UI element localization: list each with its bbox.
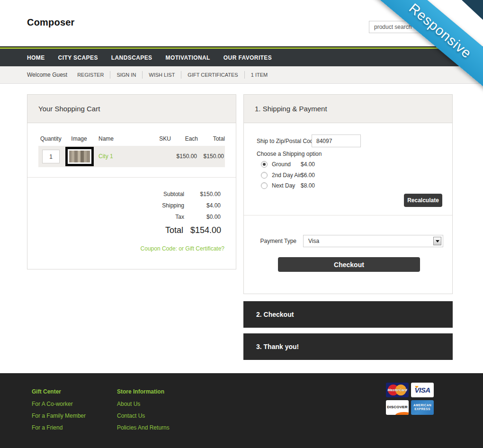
cart-total-row: Total $154.00 bbox=[27, 224, 237, 237]
mastercard-icon: MasterCard bbox=[386, 383, 409, 397]
chevron-down-icon bbox=[436, 240, 439, 242]
footer-link-contact-us[interactable]: Contact Us bbox=[117, 412, 170, 419]
shipping-option-next-day[interactable]: Next Day $8.00 bbox=[261, 182, 384, 189]
zip-input[interactable] bbox=[312, 134, 361, 147]
footer-link-policies-returns[interactable]: Policies And Returns bbox=[117, 424, 170, 431]
tax-label: Tax bbox=[175, 211, 184, 223]
shopping-cart-panel: Your Shopping Cart Quantity Image Name S… bbox=[27, 94, 236, 269]
shipping-option-price: $6.00 bbox=[301, 172, 315, 179]
total-label: Total bbox=[165, 224, 183, 237]
shipping-option-radio[interactable] bbox=[261, 172, 268, 179]
footer-link-coworker[interactable]: For A Co-worker bbox=[32, 401, 86, 407]
payment-cards: MasterCard VISA DISCOVER AMERICAN EXPRES… bbox=[386, 383, 434, 415]
footer-gift-center-column: Gift Center For A Co-worker For a Family… bbox=[32, 388, 86, 436]
panel-section-divider bbox=[244, 215, 452, 215]
footer-link-friend[interactable]: For a Friend bbox=[32, 424, 86, 431]
product-each-price: $150.00 bbox=[177, 153, 197, 160]
ribbon-corner-fold bbox=[462, 0, 483, 20]
shipping-option-price: $8.00 bbox=[301, 182, 315, 189]
nav-item-motivational[interactable]: MOTIVATIONAL bbox=[166, 54, 210, 61]
visa-icon: VISA bbox=[411, 383, 434, 397]
step-thankyou-bar[interactable]: 3. Thank you! bbox=[243, 333, 453, 360]
product-name-link[interactable]: City 1 bbox=[98, 153, 113, 160]
subnav-wish-list[interactable]: WISH LIST bbox=[142, 71, 181, 79]
shipping-label: Shipping bbox=[162, 200, 184, 211]
cart-divider bbox=[27, 177, 236, 178]
select-dropdown-button[interactable] bbox=[433, 237, 441, 245]
zip-label: Ship to Zip/Postal Code bbox=[257, 138, 316, 144]
subtotal-value: $150.00 bbox=[200, 188, 221, 200]
footer-link-about-us[interactable]: About Us bbox=[117, 401, 170, 407]
quantity-input[interactable] bbox=[42, 150, 60, 163]
subtotal-label: Subtotal bbox=[163, 188, 184, 200]
payment-type-select[interactable]: Visa bbox=[303, 235, 443, 247]
shipping-option-2nd-day-air[interactable]: 2nd Day Air $6.00 bbox=[261, 171, 384, 179]
account-subnav: Welcome Guest REGISTER SIGN IN WISH LIST… bbox=[0, 66, 483, 84]
choose-shipping-label: Choose a Shipping option bbox=[257, 151, 322, 157]
nav-item-home[interactable]: HOME bbox=[27, 54, 45, 61]
product-thumbnail[interactable] bbox=[65, 147, 94, 166]
column-name: Name bbox=[98, 135, 114, 142]
tax-value: $0.00 bbox=[206, 211, 221, 223]
column-sku: SKU bbox=[159, 135, 171, 142]
cart-summary: Subtotal $150.00 Shipping $4.00 Tax $0.0… bbox=[27, 188, 237, 223]
column-image: Image bbox=[65, 135, 93, 142]
discover-icon: DISCOVER bbox=[386, 400, 409, 415]
nav-item-city-scapes[interactable]: CITY SCAPES bbox=[58, 54, 98, 61]
subnav-register[interactable]: REGISTER bbox=[71, 71, 110, 79]
shipping-option-label: 2nd Day Air bbox=[272, 172, 301, 179]
step-checkout-bar[interactable]: 2. Checkout bbox=[243, 301, 453, 328]
cart-panel-title: Your Shopping Cart bbox=[27, 95, 236, 123]
nav-item-our-favorites[interactable]: OUR FAVORITES bbox=[224, 54, 272, 61]
shipping-option-radio[interactable] bbox=[261, 161, 268, 168]
recalculate-button[interactable]: Recalculate bbox=[404, 194, 442, 207]
subnav-sign-in[interactable]: SIGN IN bbox=[110, 71, 142, 79]
column-quantity: Quantity bbox=[40, 135, 62, 142]
subnav-gift-certificates[interactable]: GIFT CERTIFICATES bbox=[181, 71, 244, 79]
shipping-option-label: Ground bbox=[272, 161, 291, 168]
cart-item-row: City 1 $150.00 $150.00 bbox=[38, 146, 225, 167]
nav-item-landscapes[interactable]: LANDSCAPES bbox=[111, 54, 152, 61]
american-express-icon: AMERICAN EXPRESS bbox=[411, 400, 434, 415]
shipping-payment-title: 1. Shipping & Payment bbox=[244, 95, 452, 123]
cart-table-header: Quantity Image Name SKU Each Total bbox=[27, 135, 237, 143]
page: Composer Responsive HOME CITY SCAPES LAN… bbox=[0, 0, 483, 448]
payment-type-label: Payment Type bbox=[244, 238, 296, 244]
footer-link-family-member[interactable]: For a Family Member bbox=[32, 412, 86, 419]
product-photo bbox=[69, 151, 90, 162]
welcome-text: Welcome Guest bbox=[27, 72, 67, 78]
column-total: Total bbox=[213, 135, 225, 142]
discover-swoosh bbox=[395, 412, 409, 415]
shipping-option-price: $4.00 bbox=[301, 161, 315, 168]
shipping-option-radio[interactable] bbox=[261, 182, 268, 189]
subnav-cart-count[interactable]: 1 ITEM bbox=[244, 71, 274, 79]
coupon-gift-certificate-link[interactable]: Coupon Code: or Gift Certificate? bbox=[141, 245, 224, 252]
product-total-price: $150.00 bbox=[204, 153, 224, 160]
footer-store-info-column: Store Information About Us Contact Us Po… bbox=[117, 388, 170, 436]
total-value: $154.00 bbox=[190, 224, 221, 237]
search-input[interactable] bbox=[369, 21, 446, 33]
shipping-option-label: Next Day bbox=[272, 182, 295, 189]
column-each: Each bbox=[185, 135, 198, 142]
shipping-payment-panel: 1. Shipping & Payment Ship to Zip/Postal… bbox=[243, 94, 453, 294]
shipping-option-ground[interactable]: Ground $4.00 bbox=[261, 161, 384, 168]
main-nav: HOME CITY SCAPES LANDSCAPES MOTIVATIONAL… bbox=[0, 49, 483, 66]
footer-heading-store-information[interactable]: Store Information bbox=[117, 388, 170, 395]
shipping-value: $4.00 bbox=[206, 200, 221, 211]
payment-type-value: Visa bbox=[308, 238, 319, 244]
checkout-button[interactable]: Checkout bbox=[278, 257, 420, 272]
footer: Gift Center For A Co-worker For a Family… bbox=[0, 373, 483, 448]
site-logo[interactable]: Composer bbox=[27, 17, 75, 28]
footer-heading-gift-center[interactable]: Gift Center bbox=[32, 388, 86, 395]
